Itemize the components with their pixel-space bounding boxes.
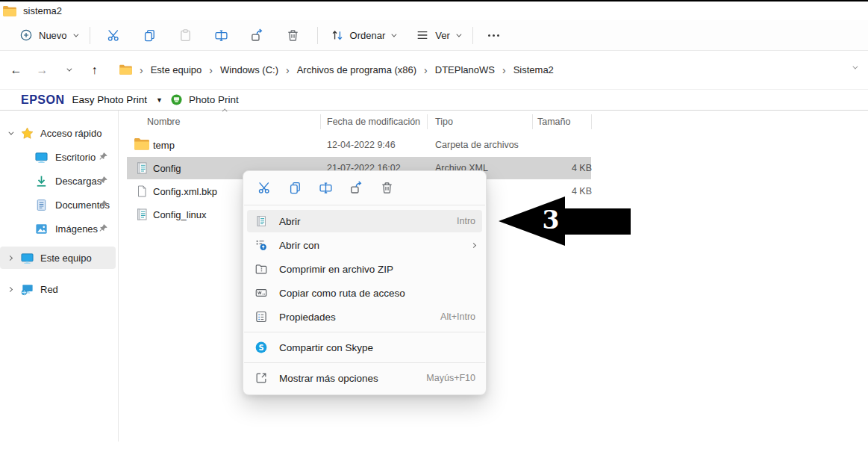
copy-button[interactable] xyxy=(284,177,306,199)
sidebar-item-escritorio[interactable]: Escritorio xyxy=(0,146,118,168)
sidebar-item-label: Imágenes xyxy=(55,223,98,235)
pin-icon xyxy=(99,199,108,209)
sidebar-item-red[interactable]: Red xyxy=(0,278,118,300)
share-button[interactable] xyxy=(240,22,275,48)
breadcrumb: › Este equipo › Windows (C:) › Archivos … xyxy=(119,64,554,76)
column-divider[interactable] xyxy=(320,114,321,129)
menu-item-mostrar-mas-opciones[interactable]: Mostrar más opciones Mayús+F10 xyxy=(247,367,482,389)
column-header-nombre[interactable]: Nombre xyxy=(147,111,180,132)
menu-divider xyxy=(244,205,485,205)
epson-dropdown-icon[interactable]: ▼ xyxy=(156,96,163,104)
share-icon xyxy=(250,28,264,43)
rename-button[interactable] xyxy=(315,177,337,199)
share-button[interactable] xyxy=(346,177,367,199)
folder-icon xyxy=(134,137,149,152)
sidebar-item-este-equipo[interactable]: Este equipo xyxy=(0,247,116,269)
menu-item-comprimir-zip[interactable]: Comprimir en archivo ZIP xyxy=(247,258,482,280)
breadcrumb-item-sistema2[interactable]: Sistema2 xyxy=(513,64,554,75)
sidebar-item-descargas[interactable]: Descargas xyxy=(0,170,118,192)
column-divider[interactable] xyxy=(591,114,592,129)
new-button[interactable]: Nuevo xyxy=(13,24,84,46)
menu-item-label: Abrir con xyxy=(279,240,472,251)
sort-icon xyxy=(331,28,344,42)
copy-button[interactable] xyxy=(132,22,168,48)
chevron-right-icon[interactable] xyxy=(0,256,20,260)
delete-button[interactable] xyxy=(275,22,311,48)
document-icon xyxy=(34,198,49,212)
toolbar-separator xyxy=(472,27,473,44)
open-with-icon xyxy=(254,238,269,252)
view-button[interactable]: Ver xyxy=(409,24,466,46)
file-date: 12-04-2022 9:46 xyxy=(327,134,396,156)
chevron-down-icon xyxy=(73,31,78,37)
breadcrumb-item-dteplanows[interactable]: DTEPlanoWS xyxy=(435,64,495,75)
recent-locations-button[interactable] xyxy=(55,57,81,83)
delete-button[interactable] xyxy=(376,177,398,199)
paste-button[interactable] xyxy=(168,22,204,48)
menu-item-copiar-ruta[interactable]: Copiar como ruta de acceso xyxy=(247,282,482,304)
desktop-icon xyxy=(34,150,49,164)
photo-print-button[interactable]: Photo Print xyxy=(189,94,239,105)
column-header-tipo[interactable]: Tipo xyxy=(435,111,453,132)
menu-item-compartir-skype[interactable]: S Compartir con Skype xyxy=(247,336,482,359)
annotation-arrow: 3 xyxy=(499,196,631,247)
photo-print-icon xyxy=(170,93,183,106)
menu-item-label: Comprimir en archivo ZIP xyxy=(279,264,475,275)
circle-plus-icon xyxy=(19,28,33,42)
table-row-config-selected[interactable]: Config 21-07-2022 16:02 Archivo XML 4 KB xyxy=(119,157,868,180)
chevron-down-icon[interactable] xyxy=(0,131,20,135)
column-divider[interactable] xyxy=(427,114,428,129)
sidebar-item-label: Red xyxy=(40,284,58,295)
pictures-icon xyxy=(34,222,49,236)
menu-item-propiedades[interactable]: Propiedades Alt+Intro xyxy=(247,306,482,328)
annotation-step-number: 3 xyxy=(537,205,564,235)
menu-item-label: Copiar como ruta de acceso xyxy=(279,288,475,299)
chevron-down-icon xyxy=(66,66,72,72)
cut-button[interactable] xyxy=(254,177,275,199)
table-row-config-linux[interactable]: Config_linux xyxy=(119,203,868,226)
chevron-right-icon[interactable] xyxy=(0,288,20,291)
sidebar-item-label: Acceso rápido xyxy=(40,128,102,139)
breadcrumb-item-archivos-de-programa[interactable]: Archivos de programa (x86) xyxy=(297,64,416,75)
breadcrumb-item-este-equipo[interactable]: Este equipo xyxy=(151,64,202,75)
epson-toolbar: EPSON Easy Photo Print ▼ Photo Print xyxy=(0,90,868,111)
show-more-options-icon xyxy=(254,371,269,385)
table-row-temp[interactable]: temp 12-04-2022 9:46 Carpeta de archivos xyxy=(119,134,868,157)
folder-icon xyxy=(119,64,132,75)
table-row-config-xml-bkp[interactable]: Config.xml.bkp 4 KB xyxy=(119,180,868,203)
breadcrumb-item-windows-c[interactable]: Windows (C:) xyxy=(220,64,278,75)
trash-icon xyxy=(286,28,300,43)
pin-icon xyxy=(99,152,108,161)
up-button[interactable]: ↑ xyxy=(81,57,107,83)
sort-button[interactable]: Ordenar xyxy=(324,24,402,46)
paste-icon xyxy=(178,28,193,43)
forward-button[interactable]: → xyxy=(29,57,55,83)
sidebar-item-imagenes[interactable]: Imágenes xyxy=(0,217,118,240)
more-options-button[interactable] xyxy=(479,22,509,48)
menu-divider xyxy=(244,332,485,332)
rename-button[interactable] xyxy=(204,22,240,48)
sidebar-item-acceso-rapido[interactable]: Acceso rápido xyxy=(0,122,118,144)
pin-icon xyxy=(99,223,108,233)
command-toolbar: Nuevo Ordenar xyxy=(0,20,868,51)
back-button[interactable]: ← xyxy=(3,57,29,83)
cut-icon xyxy=(257,181,272,195)
menu-item-abrir[interactable]: Abrir Intro xyxy=(247,210,482,232)
column-header-tamano[interactable]: Tamaño xyxy=(537,111,570,132)
file-name: Config_linux xyxy=(153,203,207,226)
cut-icon xyxy=(107,28,121,43)
menu-divider xyxy=(244,362,485,363)
cut-button[interactable] xyxy=(96,22,132,48)
copy-path-icon xyxy=(254,286,269,300)
star-icon xyxy=(20,126,34,140)
window-tab-title[interactable]: sistema2 xyxy=(23,5,62,16)
file-list: Nombre Fecha de modificación Tipo Tamaño… xyxy=(119,111,868,449)
column-header-fecha[interactable]: Fecha de modificación xyxy=(327,111,420,132)
epson-logo: EPSON xyxy=(21,93,65,107)
file-name: temp xyxy=(153,134,175,156)
column-divider[interactable] xyxy=(532,114,533,129)
address-expand-icon[interactable] xyxy=(852,64,858,69)
menu-item-abrir-con[interactable]: Abrir con xyxy=(247,234,482,256)
sidebar-item-documentos[interactable]: Documentos xyxy=(0,193,118,216)
navigation-pane: Acceso rápido Escritorio Descargas Docum… xyxy=(0,111,119,442)
